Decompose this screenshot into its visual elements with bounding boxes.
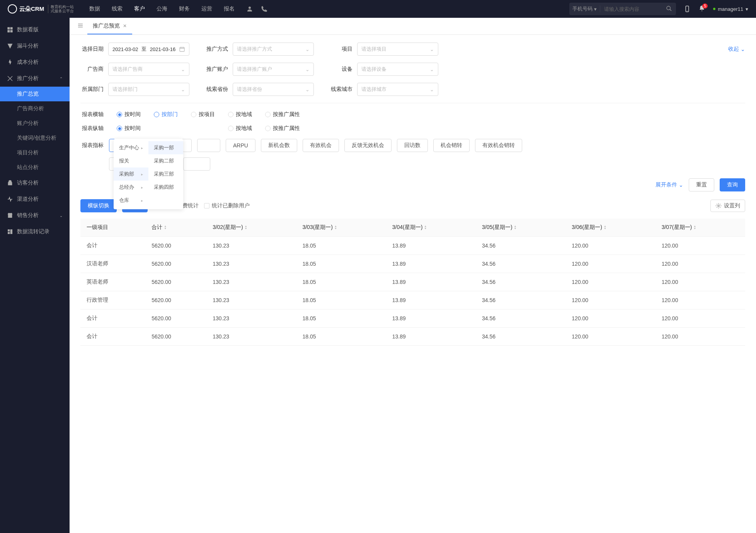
menu-toggle[interactable] (73, 22, 87, 30)
sidebar-icon (7, 229, 13, 235)
phone-icon[interactable] (261, 5, 268, 12)
sidebar-sub-广告商分析[interactable]: 广告商分析 (0, 101, 70, 116)
search-button[interactable] (662, 5, 676, 13)
province-select[interactable]: 请选择省份⌄ (233, 83, 314, 96)
dropdown-item-总经办[interactable]: 总经办▸ (114, 181, 148, 194)
reset-button[interactable]: 重置 (689, 178, 714, 191)
sidebar-sub-账户分析[interactable]: 账户分析 (0, 116, 70, 131)
project-select[interactable]: 请选择项目⌄ (357, 43, 438, 56)
logo: 云朵CRM 教育机构一站 式服务云平台 (8, 4, 74, 14)
device-select[interactable]: 请选择设备⌄ (357, 63, 438, 76)
metric-arpu[interactable]: ARPU (226, 139, 255, 152)
table-header-4[interactable]: 3/04(星期一)▲▼ (386, 219, 476, 237)
tab-promotion-overview[interactable]: 推广总预览 ✕ (87, 18, 132, 34)
dropdown-item-采购二部[interactable]: 采购二部 (148, 154, 183, 167)
dept-dropdown: 生产中心▸报关采购部▸总经办▸仓库▸ 采购一部采购二部采购三部采购四部 (114, 139, 183, 209)
dropdown-item-仓库[interactable]: 仓库▸ (114, 194, 148, 207)
topnav-客户[interactable]: 客户 (134, 5, 145, 12)
topnav-财务[interactable]: 财务 (179, 5, 190, 12)
topnav-报名[interactable]: 报名 (224, 5, 235, 12)
haxis-attr[interactable]: 按推广属性 (265, 111, 300, 118)
chevron-right-icon: ▸ (141, 172, 143, 176)
table-header-3[interactable]: 3/03(星期一)▲▼ (296, 219, 386, 237)
cloud-logo-icon (8, 4, 17, 14)
advertiser-select[interactable]: 请选择广告商⌄ (108, 63, 189, 76)
table-header-6[interactable]: 3/06(星期一)▲▼ (565, 219, 655, 237)
metric-extra2[interactable] (183, 157, 210, 171)
topnav-公海[interactable]: 公海 (157, 5, 167, 12)
query-button[interactable]: 查询 (720, 178, 745, 191)
topbar-right: 手机号码 ▾ 5 manager11 ▾ (569, 3, 748, 15)
mobile-icon[interactable] (684, 5, 691, 12)
table-header-5[interactable]: 3/05(星期一)▲▼ (476, 219, 565, 237)
table-cell: 34.56 (476, 309, 565, 328)
expand-conditions-link[interactable]: 展开条件 ⌄ (656, 181, 683, 188)
metric-valid-opp-conv[interactable]: 有效机会销转 (475, 139, 522, 152)
haxis-dept[interactable]: 按部门 (154, 111, 178, 118)
metrics-row: 报表指标 消费 流 ARPU 新机会数 有效机会 反馈无效机会 回访数 机会销转… (80, 139, 745, 152)
dropdown-item-报关[interactable]: 报关 (114, 154, 148, 167)
vaxis-region[interactable]: 按地域 (228, 125, 252, 132)
close-icon[interactable]: ✕ (123, 23, 127, 29)
table-header-2[interactable]: 3/02(星期一)▲▼ (206, 219, 296, 237)
sidebar-sub-关键词/创意分析[interactable]: 关键词/创意分析 (0, 131, 70, 145)
sidebar-item-访客分析[interactable]: 访客分析 (0, 175, 70, 191)
search-type-select[interactable]: 手机号码 ▾ (569, 5, 600, 12)
metric-invalid-feedback[interactable]: 反馈无效机会 (344, 139, 392, 152)
metric-new-opp[interactable]: 新机会数 (261, 139, 297, 152)
dept-select[interactable]: 请选择部门⌄ (108, 83, 189, 96)
sidebar-icon (7, 43, 13, 49)
topnav-运营[interactable]: 运营 (201, 5, 212, 12)
table-cell: 120.00 (656, 328, 745, 346)
vaxis-attr[interactable]: 按推广属性 (265, 125, 300, 132)
haxis-project[interactable]: 按项目 (191, 111, 215, 118)
table-header-7[interactable]: 3/07(星期一)▲▼ (656, 219, 745, 237)
sidebar-item-成本分析[interactable]: 成本分析 (0, 54, 70, 70)
dropdown-item-采购四部[interactable]: 采购四部 (148, 181, 183, 194)
table-row: 会计5620.00130.2318.0513.8934.56120.00120.… (80, 309, 745, 328)
vaxis-time[interactable]: 按时间 (117, 125, 141, 132)
sidebar-sub-项目分析[interactable]: 项目分析 (0, 145, 70, 160)
dropdown-item-采购三部[interactable]: 采购三部 (148, 167, 183, 181)
haxis-region[interactable]: 按地域 (228, 111, 252, 118)
swap-axes-button[interactable]: 横纵切换 (80, 199, 117, 212)
sidebar-icon (7, 75, 13, 82)
topnav-线索[interactable]: 线索 (112, 5, 123, 12)
sidebar-item-数据看版[interactable]: 数据看版 (0, 22, 70, 38)
sidebar-item-漏斗分析[interactable]: 漏斗分析 (0, 38, 70, 54)
metric-opp-conv[interactable]: 机会销转 (433, 139, 470, 152)
dropdown-item-采购部[interactable]: 采购部▸ (114, 167, 148, 181)
sidebar-item-数据流转记录[interactable]: 数据流转记录 (0, 224, 70, 240)
user-menu[interactable]: manager11 ▾ (713, 6, 748, 12)
account-select[interactable]: 请选择推广账户⌄ (233, 63, 314, 76)
sidebar-item-销售分析[interactable]: 销售分析⌄ (0, 207, 70, 224)
sidebar-sub-推广总览[interactable]: 推广总览 (0, 87, 70, 101)
method-select[interactable]: 请选择推广方式⌄ (233, 43, 314, 56)
horizontal-axis-row: 报表横轴 按时间 按部门 按项目 按地域 按推广属性 (80, 111, 745, 118)
user-icon[interactable] (246, 5, 253, 12)
haxis-time[interactable]: 按时间 (117, 111, 141, 118)
notification-bell[interactable]: 5 (698, 5, 705, 13)
sidebar-sub-站点分析[interactable]: 站点分析 (0, 160, 70, 175)
sidebar-item-渠道分析[interactable]: 渠道分析 (0, 191, 70, 207)
search-group: 手机号码 ▾ (569, 3, 676, 15)
column-setting-button[interactable]: 设置列 (710, 200, 745, 212)
table-header-0[interactable]: 一级项目 (80, 219, 145, 237)
metric-revisit[interactable]: 回访数 (397, 139, 428, 152)
table-header-1[interactable]: 合计▲▼ (145, 219, 206, 237)
deleted-stat-checkbox[interactable]: 统计已删除用户 (204, 202, 250, 209)
dropdown-item-采购一部[interactable]: 采购一部 (148, 141, 183, 154)
collapse-link[interactable]: 收起 ⌄ (728, 46, 745, 53)
topnav-数据[interactable]: 数据 (89, 5, 100, 12)
sidebar: 数据看版漏斗分析成本分析推广分析⌃推广总览广告商分析账户分析关键词/创意分析项目… (0, 18, 70, 533)
sidebar-item-推广分析[interactable]: 推广分析⌃ (0, 70, 70, 87)
metric-hidden3[interactable] (197, 139, 220, 152)
city-select[interactable]: 请选择城市⌄ (357, 83, 438, 96)
search-input[interactable] (600, 6, 662, 12)
device-label: 设备 (329, 66, 352, 73)
dropdown-item-生产中心[interactable]: 生产中心▸ (114, 141, 148, 154)
metric-valid-opp[interactable]: 有效机会 (303, 139, 339, 152)
chevron-down-icon: ⌄ (679, 182, 683, 188)
username: manager11 (718, 6, 743, 12)
date-range-input[interactable]: 2021-03-02 至 2021-03-16 (108, 43, 189, 56)
